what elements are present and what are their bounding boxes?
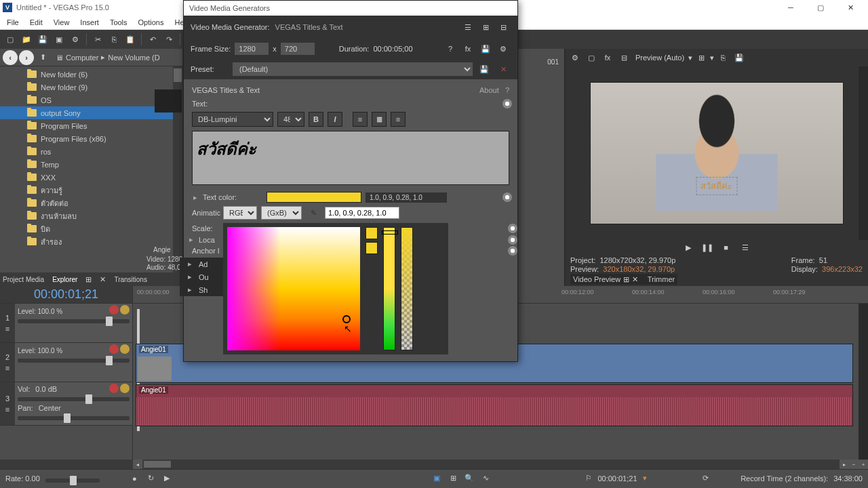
text-overlay[interactable]: สวัสดีค่ะ — [696, 177, 737, 195]
tab-project-media[interactable]: Project Media — [3, 276, 44, 283]
text-input[interactable]: สวัสดีค่ะ — [192, 131, 509, 185]
menu-icon[interactable]: ☰ — [738, 240, 753, 255]
tree-item[interactable]: ตัวตัดต่อ — [0, 197, 182, 209]
split-icon[interactable]: ⊟ — [616, 50, 631, 65]
align-center-icon[interactable]: ≣ — [372, 112, 387, 127]
pause-icon[interactable]: ❚❚ — [700, 240, 715, 255]
view-grid-icon[interactable]: ⊞ — [478, 20, 493, 35]
preview-mode-label[interactable]: Preview (Auto) — [635, 54, 684, 62]
zoom-tool-icon[interactable]: 🔍 — [462, 471, 477, 486]
text-color-swatch[interactable] — [267, 192, 361, 203]
loop-region-icon[interactable]: ⟳ — [698, 471, 713, 486]
tab-explorer[interactable]: Explorer — [52, 276, 77, 283]
expand-icon[interactable]: ▸ — [188, 235, 195, 244]
preset-select[interactable]: (Default) — [233, 62, 473, 76]
copy-icon[interactable]: ⎘ — [106, 32, 121, 47]
timecode-display[interactable]: 00:00:01;21 — [0, 286, 133, 303]
track-header-1[interactable]: 1≡ Level: 100.0 % — [0, 304, 132, 343]
color-input[interactable] — [325, 207, 399, 219]
tree-item[interactable]: Program Files — [0, 119, 182, 132]
preview-scrollbar[interactable] — [859, 66, 868, 240]
color-value[interactable]: 1.0, 0.9, 0.28, 1.0 — [366, 192, 447, 203]
tab-close-icon[interactable]: ✕ — [632, 275, 638, 284]
maximize-button[interactable]: ▢ — [806, 0, 835, 15]
expand-icon[interactable]: ▸ — [188, 260, 195, 268]
breadcrumb[interactable]: 🖥 Computer ▸ New Volume (D — [52, 53, 180, 62]
redo-icon[interactable]: ↷ — [161, 32, 176, 47]
tree-item[interactable]: บิด — [0, 222, 182, 235]
expand-icon[interactable]: ▸ — [192, 193, 199, 202]
properties-icon[interactable]: ⚙ — [68, 32, 83, 47]
view-list-icon[interactable]: ☰ — [460, 20, 475, 35]
color-cursor[interactable] — [342, 315, 351, 323]
track-header-3[interactable]: 3≡ Vol:0.0 dB Pan:Center — [0, 382, 132, 426]
channel-select[interactable]: (GxB) R — [261, 206, 302, 220]
audio-clip[interactable]: Angie01 — [136, 384, 853, 426]
env-tool-icon[interactable]: ∿ — [478, 471, 493, 486]
chevron-down-icon[interactable]: ▾ — [643, 474, 647, 483]
timeline-h-scrollbar[interactable]: ◂ ▸ − + — [0, 460, 868, 469]
close-button[interactable]: ✕ — [835, 0, 865, 15]
scroll-right-icon[interactable]: ▸ — [840, 460, 849, 469]
timeline-v-scrollbar[interactable] — [859, 304, 868, 460]
play-icon[interactable]: ▶ — [681, 240, 696, 255]
render-icon[interactable]: ▣ — [52, 32, 66, 47]
level-slider[interactable] — [18, 359, 130, 363]
open-icon[interactable]: 📁 — [19, 32, 34, 47]
expand-icon[interactable]: ▸ — [188, 285, 195, 294]
save-snapshot-icon[interactable]: 💾 — [732, 50, 747, 65]
save-icon[interactable]: 💾 — [477, 62, 492, 77]
forward-button[interactable]: › — [19, 50, 34, 65]
fx-icon[interactable]: fx — [600, 50, 615, 65]
tab-transitions[interactable]: Transitions — [114, 276, 147, 283]
frame-height-input[interactable] — [281, 43, 315, 55]
paste-icon[interactable]: 📋 — [123, 32, 138, 47]
tree-item[interactable]: ความรู้ — [0, 184, 182, 197]
eyedropper-icon[interactable]: ✎ — [306, 205, 321, 220]
alpha-slider[interactable] — [401, 227, 413, 350]
zoom-out-icon[interactable]: − — [849, 460, 859, 469]
view-small-icon[interactable]: ⊟ — [496, 20, 511, 35]
save-preset-icon[interactable]: 💾 — [478, 41, 493, 56]
ext-monitor-icon[interactable]: ▢ — [584, 50, 599, 65]
menu-insert[interactable]: Insert — [75, 17, 104, 28]
menu-view[interactable]: View — [48, 17, 75, 28]
tree-item[interactable]: XXX — [0, 171, 182, 184]
frame-width-input[interactable] — [235, 43, 269, 55]
about-link[interactable]: About — [479, 86, 499, 94]
select-tool-icon[interactable]: ⊞ — [446, 471, 460, 486]
tree-item[interactable]: งานห้ามลบ — [0, 209, 182, 222]
keyframe-pin-icon[interactable] — [502, 192, 512, 202]
undo-icon[interactable]: ↶ — [145, 32, 160, 47]
tab-video-preview[interactable]: Video Preview — [573, 275, 620, 283]
help-icon[interactable]: ? — [443, 41, 458, 56]
size-select[interactable]: 48 — [277, 112, 304, 127]
record-icon[interactable]: ● — [127, 471, 142, 486]
track-header-2[interactable]: 2≡ Level: 100.0 % — [0, 343, 132, 382]
colorspace-select[interactable]: RGB — [223, 206, 257, 220]
tab-pin-icon[interactable]: ⊞ — [623, 275, 629, 284]
delete-icon[interactable]: ✕ — [496, 62, 511, 77]
scroll-left-icon[interactable]: ◂ — [133, 460, 142, 469]
loop-icon[interactable]: ↻ — [143, 471, 158, 486]
gear-icon[interactable]: ⚙ — [496, 41, 511, 56]
hue-slider[interactable] — [383, 227, 395, 350]
keyframe-pin-icon[interactable] — [508, 235, 517, 245]
thumb-icon[interactable] — [155, 89, 182, 113]
minimize-button[interactable]: ─ — [776, 0, 806, 15]
tree-item[interactable]: Temp — [0, 158, 182, 171]
mute-icon[interactable] — [109, 305, 119, 314]
tab-trimmer[interactable]: Trimmer — [648, 275, 675, 283]
expand-icon[interactable]: ▸ — [188, 272, 195, 281]
menu-options[interactable]: Options — [133, 17, 170, 28]
gear-icon[interactable]: ⚙ — [568, 50, 583, 65]
vol-slider[interactable] — [18, 397, 130, 401]
tab-pin-icon[interactable]: ⊞ — [85, 275, 92, 284]
new-icon[interactable]: ▢ — [3, 32, 18, 47]
hue-marker[interactable] — [382, 230, 398, 235]
copy-snapshot-icon[interactable]: ⎘ — [715, 50, 730, 65]
tree-item[interactable]: Program Files (x86) — [0, 132, 182, 145]
cut-icon[interactable]: ✂ — [90, 32, 105, 47]
menu-tools[interactable]: Tools — [104, 17, 133, 28]
help-link[interactable]: ? — [505, 86, 509, 94]
